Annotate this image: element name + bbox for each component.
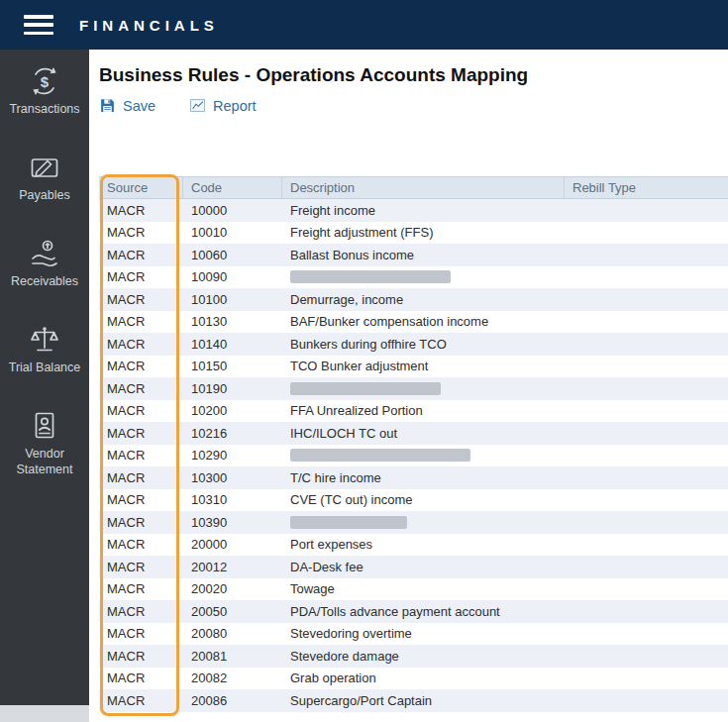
cell-rebill-type — [565, 400, 728, 423]
cell-code: 10150 — [183, 356, 282, 378]
cell-source: MACR — [99, 266, 183, 289]
cell-source: MACR — [99, 244, 183, 266]
table-row[interactable]: MACR10010Freight adjustment (FFS) — [99, 222, 728, 245]
table-row[interactable]: MACR10300T/C hire income — [99, 466, 728, 489]
cell-rebill-type — [565, 556, 728, 578]
report-button-label: Report — [213, 98, 257, 114]
table-row[interactable]: MACR20000Port expenses — [99, 534, 728, 557]
cell-source: MACR — [99, 311, 183, 334]
cell-code: 10216 — [183, 422, 282, 445]
cell-rebill-type — [565, 333, 728, 356]
cell-code: 10140 — [183, 333, 282, 356]
cell-description: Port expenses — [282, 534, 565, 557]
sidebar-item-vendor-statement[interactable]: Vendor Statement — [0, 410, 89, 479]
menu-icon[interactable] — [24, 15, 53, 35]
column-header-code[interactable]: Code — [183, 177, 282, 198]
table-row[interactable]: MACR10190 — [99, 377, 728, 400]
cell-description: PDA/Tolls advance payment account — [282, 600, 565, 623]
cell-rebill-type — [565, 266, 728, 289]
sidebar-item-payables[interactable]: Payables — [0, 152, 89, 221]
cell-rebill-type — [565, 199, 728, 222]
sidebar-item-transactions[interactable]: $ Transactions — [0, 65, 89, 135]
cell-code: 20086 — [183, 689, 282, 712]
table-row[interactable]: MACR20020Towage — [99, 578, 728, 601]
sidebar-item-receivables[interactable]: Receivables — [0, 238, 89, 307]
cell-rebill-type — [565, 511, 728, 534]
sidebar-item-label: Trial Balance — [9, 361, 81, 376]
table-row[interactable]: MACR10216IHC/ILOCH TC out — [99, 422, 728, 445]
save-button[interactable]: Save — [99, 97, 156, 114]
trial-balance-icon — [29, 324, 60, 356]
cell-source: MACR — [99, 578, 183, 601]
redacted-text — [290, 516, 407, 529]
table-row[interactable]: MACR20081Stevedore damage — [99, 645, 728, 668]
cell-rebill-type — [565, 422, 728, 445]
payables-icon — [29, 152, 60, 183]
cell-source: MACR — [99, 689, 183, 712]
vendor-statement-icon — [29, 410, 60, 442]
cell-source: MACR — [99, 511, 183, 534]
table-row[interactable]: MACR20012DA-Desk fee — [99, 556, 728, 578]
column-header-rebill-type[interactable]: Rebill Type — [565, 177, 728, 198]
table-row[interactable]: MACR10000Freight income — [99, 199, 728, 222]
cell-source: MACR — [99, 600, 183, 623]
cell-description: Stevedoring overtime — [282, 623, 565, 646]
redacted-text — [290, 270, 451, 283]
cell-code: 10000 — [183, 199, 282, 222]
cell-description — [282, 445, 565, 467]
cell-code: 20081 — [183, 645, 282, 668]
cell-source: MACR — [99, 623, 183, 646]
table-row[interactable]: MACR10150TCO Bunker adjustment — [99, 356, 728, 378]
cell-source: MACR — [99, 400, 183, 423]
cell-code: 10310 — [183, 489, 282, 512]
cell-description: FFA Unrealized Portion — [282, 400, 565, 423]
cell-code: 10060 — [183, 244, 282, 266]
table-row[interactable]: MACR20080Stevedoring overtime — [99, 623, 728, 646]
cell-source: MACR — [99, 222, 183, 245]
redacted-text — [290, 449, 470, 462]
svg-text:$: $ — [41, 73, 50, 90]
table-row[interactable]: MACR10200FFA Unrealized Portion — [99, 400, 728, 423]
cell-description: BAF/Bunker compensation income — [282, 311, 565, 334]
table-row[interactable]: MACR10100Demurrage, income — [99, 288, 728, 311]
sidebar-item-label: Receivables — [11, 274, 78, 290]
table-row[interactable]: MACR20050PDA/Tolls advance payment accou… — [99, 600, 728, 623]
table-row[interactable]: MACR10060Ballast Bonus income — [99, 244, 728, 266]
table-row[interactable]: MACR10130BAF/Bunker compensation income — [99, 311, 728, 334]
cell-source: MACR — [99, 356, 183, 378]
toolbar: Save Report — [99, 97, 728, 114]
table-row[interactable]: MACR10390 — [99, 511, 728, 534]
cell-rebill-type — [565, 311, 728, 334]
cell-source: MACR — [99, 445, 183, 467]
table-row[interactable]: MACR10310CVE (TC out) income — [99, 489, 728, 512]
table-row[interactable]: MACR20086Supercargo/Port Captain — [99, 689, 728, 712]
cell-code: 20050 — [183, 600, 282, 623]
cell-code: 20080 — [183, 623, 282, 646]
cell-description: Ballast Bonus income — [282, 244, 565, 266]
cell-rebill-type — [565, 578, 728, 601]
cell-source: MACR — [99, 466, 183, 489]
cell-description: Freight income — [282, 199, 565, 222]
cell-source: MACR — [99, 199, 183, 222]
sidebar-item-trial-balance[interactable]: Trial Balance — [0, 324, 89, 393]
cell-description: Demurrage, income — [282, 288, 565, 311]
cell-rebill-type — [565, 668, 728, 690]
table-row[interactable]: MACR20082Grab operation — [99, 668, 728, 690]
column-header-source[interactable]: Source — [99, 177, 183, 198]
cell-rebill-type — [565, 356, 728, 378]
table-row[interactable]: MACR10290 — [99, 445, 728, 467]
table-row[interactable]: MACR10090 — [99, 266, 728, 289]
cell-rebill-type — [565, 244, 728, 266]
column-header-description[interactable]: Description — [282, 177, 565, 198]
cell-rebill-type — [565, 377, 728, 400]
cell-description: Towage — [282, 578, 565, 601]
cell-source: MACR — [99, 489, 183, 512]
cell-source: MACR — [99, 668, 183, 690]
table-row[interactable]: MACR10140Bunkers during offhire TCO — [99, 333, 728, 356]
cell-source: MACR — [99, 422, 183, 445]
cell-description — [282, 511, 565, 534]
redacted-text — [290, 382, 441, 395]
cell-source: MACR — [99, 645, 183, 668]
cell-description: Bunkers during offhire TCO — [282, 333, 565, 356]
report-button[interactable]: Report — [189, 97, 257, 114]
